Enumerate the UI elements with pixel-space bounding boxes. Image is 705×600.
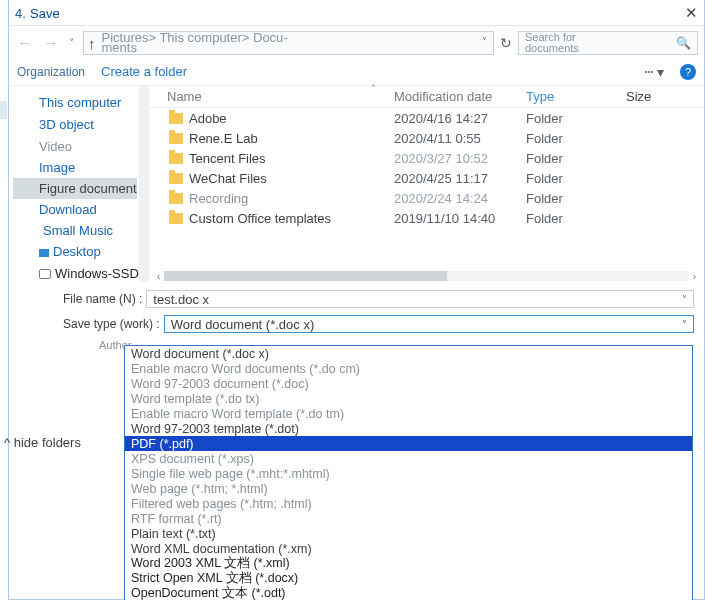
address-bar[interactable]: ↑ Pictures> This computer> Docu- ments ˅	[83, 31, 494, 55]
filetype-option[interactable]: Single file web page (*.mht:*.mhtml)	[125, 466, 692, 481]
filetype-option[interactable]: Word 97-2003 document (*.doc)	[125, 376, 692, 391]
filetype-option[interactable]: XPS document (*.xps)	[125, 451, 692, 466]
filetype-option[interactable]: OpenDocument 文本 (*.odt)	[125, 586, 692, 600]
sidebar-item[interactable]: Figure document	[13, 178, 137, 199]
savetype-dropdown: Word document (*.doc x)Enable macro Word…	[124, 345, 693, 600]
col-name[interactable]: Name	[149, 89, 394, 104]
filename-input[interactable]: test.doc x ˅	[146, 290, 694, 308]
table-row[interactable]: WeChat Files2020/4/25 11:17Folder	[149, 168, 704, 188]
back-button[interactable]: ←	[15, 34, 35, 52]
col-date[interactable]: Modification date	[394, 89, 526, 104]
filetype-option[interactable]: Web page (*.htm; *.html)	[125, 481, 692, 496]
filetype-option[interactable]: Word 97-2003 template (*.dot)	[125, 421, 692, 436]
col-type[interactable]: Type	[526, 89, 626, 104]
savetype-select[interactable]: Word document (*.doc x) ˅	[164, 315, 694, 333]
table-row[interactable]: Custom Office templates2019/11/10 14:40F…	[149, 208, 704, 228]
filename-chevron-icon[interactable]: ˅	[682, 294, 687, 305]
filetype-option[interactable]: Filtered web pages (*.htm; .html)	[125, 496, 692, 511]
filetype-option[interactable]: Enable macro Word template (*.do tm)	[125, 406, 692, 421]
close-icon[interactable]: ✕	[685, 4, 698, 22]
create-folder-button[interactable]: Create a folder	[101, 64, 187, 79]
filetype-option[interactable]: Word template (*.do tx)	[125, 391, 692, 406]
savetype-chevron-icon[interactable]: ˅	[682, 319, 687, 330]
table-row[interactable]: Recording2020/2/24 14:24Folder	[149, 188, 704, 208]
column-headers: Name Modification date Type Size	[149, 86, 704, 108]
folder-icon	[169, 133, 183, 144]
sidebar-item[interactable]: Image	[13, 157, 149, 178]
address-chevron-icon[interactable]: ˅	[482, 36, 487, 47]
filename-field: File name (N) : test.doc x ˅	[63, 288, 694, 310]
sidebar-item[interactable]: Windows-SSD (	[13, 262, 149, 284]
sidebar-item[interactable]: Small Music	[13, 220, 149, 241]
filename-label: File name (N) :	[63, 292, 142, 306]
filetype-option[interactable]: Word 2003 XML 文档 (*.xml)	[125, 556, 692, 571]
sidebar-item[interactable]: Video	[13, 135, 149, 157]
filetype-option[interactable]: Word document (*.doc x)	[125, 346, 692, 361]
form-area: File name (N) : test.doc x ˅ Save type (…	[9, 282, 704, 351]
folder-icon	[169, 213, 183, 224]
hide-folders-button[interactable]: ^ hide folders	[4, 435, 81, 450]
col-size[interactable]: Size	[626, 89, 651, 104]
file-list: Name Modification date Type Size Adobe20…	[149, 86, 704, 282]
toolbar: Organization Create a folder ▾ ?	[9, 58, 704, 86]
savetype-field: Save type (work) : Word document (*.doc …	[63, 313, 694, 335]
scroll-left-icon[interactable]: ‹	[157, 271, 160, 282]
filetype-option[interactable]: PDF (*.pdf)	[125, 436, 692, 451]
filetype-option[interactable]: Word XML documentation (*.xm)	[125, 541, 692, 556]
organization-button[interactable]: Organization	[17, 65, 85, 79]
filetype-option[interactable]: Enable macro Word documents (*.do cm)	[125, 361, 692, 376]
view-mode-button[interactable]: ▾	[645, 64, 664, 80]
help-icon[interactable]: ?	[680, 64, 696, 80]
nav-row: ← → ˅ ↑ Pictures> This computer> Docu- m…	[9, 26, 704, 58]
sidebar-item[interactable]: Desktop	[13, 241, 149, 262]
history-chevron-icon[interactable]: ˅	[69, 37, 75, 50]
scroll-thumb[interactable]	[164, 271, 447, 281]
filetype-option[interactable]: RTF format (*.rt)	[125, 511, 692, 526]
sidebar-item[interactable]: This computer	[13, 92, 149, 113]
sidebar-item[interactable]: Download	[13, 199, 149, 220]
main-area: This computer3D objectVideoImageFigure d…	[9, 86, 704, 282]
folder-icon	[169, 173, 183, 184]
up-arrow-icon[interactable]: ↑	[88, 35, 96, 52]
folder-icon	[169, 193, 183, 204]
folder-icon	[169, 113, 183, 124]
table-row[interactable]: Rene.E Lab2020/4/11 0:55Folder	[149, 128, 704, 148]
table-row[interactable]: Adobe2020/4/16 14:27Folder	[149, 108, 704, 128]
search-placeholder: Search for documents	[525, 32, 676, 54]
search-icon: 🔍	[676, 36, 691, 50]
dialog-title: 4. Save	[15, 4, 60, 21]
sidebar: This computer3D objectVideoImageFigure d…	[9, 86, 149, 282]
horizontal-scrollbar[interactable]: ‹ ›	[157, 270, 696, 282]
filetype-option[interactable]: Plain text (*.txt)	[125, 526, 692, 541]
folder-icon	[169, 153, 183, 164]
title-bar: 4. Save ✕	[9, 0, 704, 26]
search-input[interactable]: Search for documents 🔍	[518, 31, 698, 55]
scroll-track[interactable]	[164, 271, 688, 281]
forward-button[interactable]: →	[41, 34, 61, 52]
scroll-right-icon[interactable]: ›	[693, 271, 696, 282]
table-row[interactable]: Tencent Files2020/3/27 10:52Folder	[149, 148, 704, 168]
path-text: Pictures> This computer> Docu- ments	[102, 33, 288, 53]
sidebar-item[interactable]: 3D object	[13, 113, 149, 135]
savetype-label: Save type (work) :	[63, 317, 160, 331]
refresh-icon[interactable]: ↻	[500, 35, 512, 51]
filetype-option[interactable]: Strict Open XML 文档 (*.docx)	[125, 571, 692, 586]
